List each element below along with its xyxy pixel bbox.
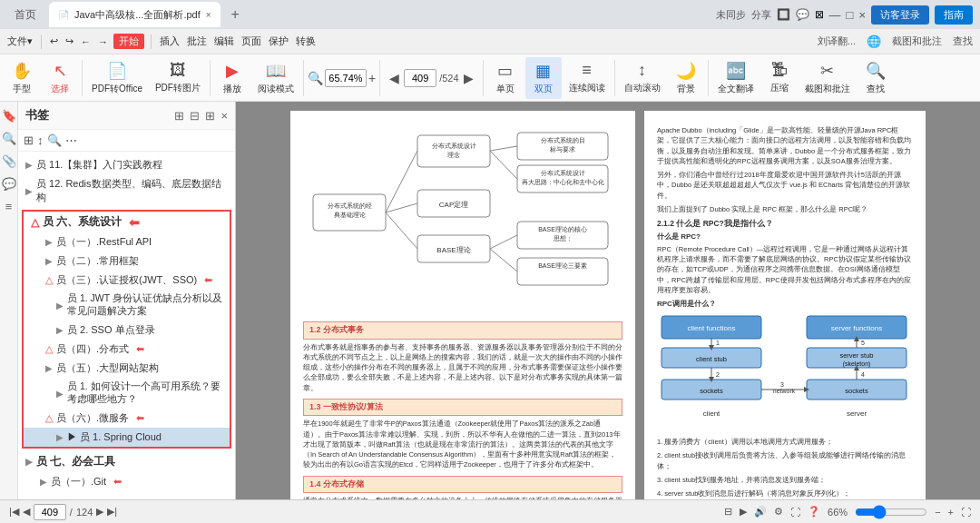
home-tab[interactable]: 首页 [7, 4, 44, 26]
section-title-1-4: 1.4 分布式存储 [303, 476, 622, 494]
crop-btn[interactable]: ✂ 截图和批注 [799, 57, 856, 99]
zoom-input[interactable] [325, 69, 367, 87]
svg-line-23 [386, 212, 417, 249]
menu-undo2[interactable]: ↪ [64, 35, 75, 47]
sidebar-tool1[interactable]: ⊞ [24, 133, 34, 147]
menu-convert[interactable]: 转换 [294, 35, 318, 48]
full-translate-btn[interactable]: 🔤 全文翻译 [712, 57, 760, 99]
list-item[interactable]: ▶ 员 2. SSO 单点登录 [24, 321, 230, 340]
pdf-office-icon: 📄 [107, 61, 127, 81]
list-item[interactable]: ▶ ▶ 员 1. Spring Cloud [24, 428, 230, 447]
zoom-in-btn[interactable]: + [368, 71, 376, 85]
menu-forward[interactable]: → [96, 36, 110, 47]
status-play-btn[interactable]: ▶ [740, 506, 747, 518]
window-maximize[interactable]: □ [847, 8, 854, 22]
sidebar-icon3[interactable]: ⊞ [205, 109, 215, 123]
status-prev-btn[interactable]: ◀ [23, 506, 30, 518]
next-page-btn[interactable]: ▶ [462, 69, 475, 87]
liu-yifan-translate[interactable]: 刘译翻... [816, 35, 858, 48]
status-next-btn[interactable]: ▶ [96, 506, 103, 518]
list-item[interactable]: ▶ 员（一）.RestFul API [24, 232, 230, 252]
sidebar-tool2[interactable]: ↕ [37, 133, 44, 147]
list-item[interactable]: △ 员 六、系统设计 ⬅ [24, 212, 230, 232]
bookmark-strip-icon[interactable]: 🔖 [2, 109, 16, 123]
menu-page[interactable]: 页面 [240, 35, 263, 48]
reading-mode-btn[interactable]: 📖 阅读模式 [252, 57, 299, 99]
search-strip-icon[interactable]: 🔍 [2, 132, 16, 145]
fullscreen-btn[interactable]: ⛶ [961, 507, 971, 518]
status-zoom-icon[interactable]: ⛶ [790, 507, 800, 518]
guide-btn[interactable]: 指南 [935, 5, 973, 25]
zoom-out-status-btn[interactable]: − [935, 507, 940, 518]
pdf-to-image-btn[interactable]: 🖼 PDF转图片 [150, 57, 206, 99]
find-btn[interactable]: 🔍 查找 [858, 57, 894, 99]
prev-page-btn[interactable]: ◀ [387, 69, 401, 87]
list-item[interactable]: ▶ 员 七、必会工具 [18, 451, 235, 472]
menu-protect[interactable]: 保护 [267, 35, 290, 48]
list-item[interactable]: ▶ 员 1. JWT 身份认证优缺点分析以及常见问题解决方案 [24, 290, 230, 321]
svg-text:client functions: client functions [688, 324, 736, 332]
list-item[interactable]: △ 员（三）.认证授权(JWT、SSO) ⬅ [24, 271, 230, 290]
sidebar-icon1[interactable]: ⊞ [174, 109, 184, 123]
window-close[interactable]: × [858, 8, 866, 22]
zoom-out-btn[interactable]: 🔍 [308, 71, 323, 85]
compress-btn[interactable]: 🗜 压缩 [761, 57, 798, 99]
list-item[interactable]: ▶ 员 11.【集群】入门实践教程 [18, 155, 235, 174]
section-1-4: 1.4 分布式存储 通常在分布式系统中，数据需要在多台独立的设备上上。传统的网络… [303, 476, 622, 500]
status-page-input[interactable] [34, 504, 66, 520]
comment-strip-icon[interactable]: 💬 [2, 177, 16, 191]
sidebar-tool3[interactable]: 🔍 [47, 133, 62, 147]
find-tool[interactable]: 查找 [951, 35, 975, 48]
zoom-slider[interactable] [855, 505, 927, 519]
menu-comment[interactable]: 批注 [185, 35, 209, 48]
menu-start[interactable]: 开始 [113, 34, 144, 49]
list-item[interactable]: ▶ 员（一）.Git ⬅ [18, 472, 235, 491]
page-input[interactable] [404, 69, 436, 87]
attachment-strip-icon[interactable]: 📎 [2, 154, 16, 168]
sidebar-collapse-icon[interactable]: × [220, 109, 228, 123]
status-first-btn[interactable]: |◀ [9, 506, 19, 518]
auto-scroll-btn[interactable]: ↕ 自动滚动 [619, 57, 666, 99]
pdf-to-office-btn[interactable]: 📄 PDF转Office [86, 57, 148, 99]
play-btn[interactable]: ▶ 播放 [214, 57, 250, 99]
new-tab-btn[interactable]: + [226, 6, 245, 23]
bg-btn[interactable]: 🌙 背景 [668, 57, 704, 99]
single-page-btn[interactable]: ▭ 单页 [487, 57, 524, 99]
double-page-btn[interactable]: ▦ 双页 [525, 57, 562, 99]
status-page-nav: |◀ ◀ / 124 ▶ ▶| [9, 504, 117, 520]
visitor-login-btn[interactable]: 访客登录 [871, 5, 929, 25]
tab-close-btn[interactable]: × [206, 10, 211, 20]
status-icon1[interactable]: ⊟ [724, 506, 732, 518]
layer-strip-icon[interactable]: ≡ [5, 200, 13, 213]
list-item[interactable]: ▶ 员 12. Redis数据类型、编码、底层数据结构 [18, 174, 235, 207]
continuous-btn[interactable]: ≡ 连续阅读 [564, 57, 611, 99]
list-item[interactable]: △ 员（六）.微服务 ⬅ [24, 409, 230, 428]
menu-back[interactable]: ← [79, 36, 93, 47]
hand-tool-btn[interactable]: ✋ 手型 [4, 57, 40, 99]
menu-edit[interactable]: 编辑 [212, 35, 236, 48]
status-sound-icon[interactable]: 🔊 [754, 506, 767, 518]
select-tool-btn[interactable]: ↖ 选择 [42, 57, 78, 99]
sidebar-icon2[interactable]: ⊟ [190, 109, 200, 123]
crop-tool[interactable]: 截图和批注 [890, 35, 944, 48]
share-btn[interactable]: 分享 [751, 8, 771, 22]
list-item[interactable]: ▶ 员 1. 如何设计一个高可用系统？要考虑哪些地方？ [24, 378, 230, 409]
pdf-tab[interactable]: 📄 Java中高级核...全面解析.pdf × [49, 2, 220, 27]
list-item[interactable]: △ 员（四）.分布式 ⬅ [24, 340, 230, 359]
status-help-icon[interactable]: ❓ [808, 506, 820, 518]
menu-file[interactable]: 文件▾ [5, 35, 34, 48]
pdf-right-page: Apache Dubbo（including「Glide」是一款高性能、轻量级的… [644, 111, 926, 499]
zoom-in-status-btn[interactable]: + [948, 507, 954, 518]
list-item[interactable]: ▶ 员（五）.大型网站架构 [24, 359, 230, 378]
status-last-btn[interactable]: ▶| [107, 506, 117, 518]
menu-undo1[interactable]: ↩ [48, 35, 60, 47]
window-minimize[interactable]: — [829, 8, 841, 22]
bg-icon: 🌙 [676, 61, 696, 81]
tri-icon: ▶ [56, 432, 64, 442]
list-item[interactable]: ▶ 员（二）.常用框架 [24, 252, 230, 271]
svg-text:BASE理论: BASE理论 [436, 246, 470, 254]
sidebar-tool4[interactable]: ⋯ [65, 133, 77, 147]
status-gear-icon[interactable]: ⚙ [774, 506, 783, 518]
menu-insert[interactable]: 插入 [158, 35, 181, 48]
red-arrow-icon4: ⬅ [136, 412, 144, 424]
